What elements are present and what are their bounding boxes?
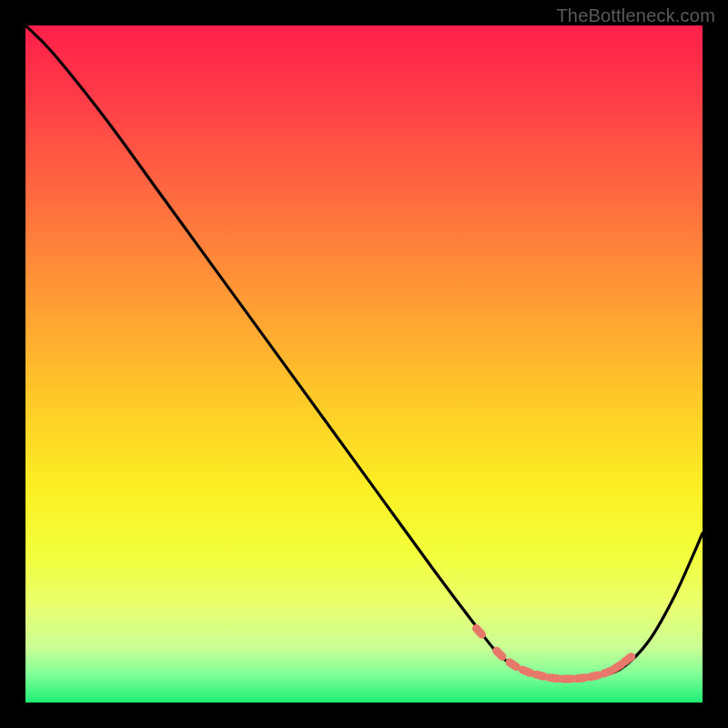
chart-svg [25,25,703,703]
curve-markers [470,622,637,683]
plot-area [25,25,703,703]
bottleneck-curve [25,25,703,679]
watermark-text: TheBottleneck.com [556,5,715,26]
chart-frame: TheBottleneck.com [0,0,728,728]
